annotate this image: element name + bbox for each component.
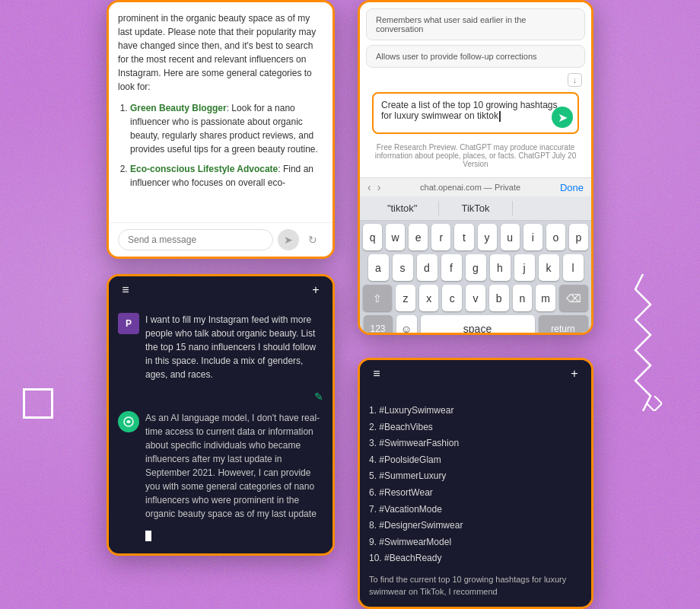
key-c[interactable]: c (442, 285, 462, 311)
key-shift[interactable]: ⇧ (363, 285, 392, 311)
active-input-text: Create a list of the top 10 growing hash… (381, 100, 557, 121)
list-item-2: Eco-conscious Lifestyle Advocate: Find a… (130, 162, 323, 190)
suggestion-2[interactable]: TikTok (439, 199, 511, 217)
phone-top-left: prominent in the organic beauty space as… (107, 0, 335, 259)
key-h[interactable]: h (490, 254, 511, 281)
top-left-text: prominent in the organic beauty space as… (118, 11, 323, 94)
hashtag-5: 5. #SummerLuxury (369, 468, 582, 485)
nav-arrows: ‹ › (368, 181, 380, 193)
features-section: Remembers what user said earlier in the … (360, 2, 591, 177)
key-y[interactable]: y (478, 224, 497, 250)
nav-back-arrow[interactable]: ‹ (368, 181, 371, 193)
keyboard-row-4: 123 ☺ space return (363, 315, 588, 335)
url-text: chat.openai.com — Private (420, 183, 520, 192)
key-o[interactable]: o (546, 224, 565, 250)
text-cursor (499, 111, 501, 122)
hashtag-content: 1. #LuxurySwimwear 2. #BeachVibes 3. #Sw… (360, 387, 591, 601)
key-d[interactable]: d (417, 254, 438, 281)
keyboard-row-2: a s d f g h j k l (363, 254, 588, 281)
keyboard-row-3: ⇧ z x c v b n m ⌫ (363, 285, 588, 311)
hashtag-1: 1. #LuxurySwimwear (369, 403, 582, 419)
zigzag-decoration (632, 274, 654, 411)
list-item-1: Green Beauty Blogger: Look for a nano in… (130, 101, 323, 156)
key-p[interactable]: p (569, 224, 588, 250)
send-button-top-left[interactable]: ➤ (278, 229, 299, 250)
url-bar: ‹ › chat.openai.com — Private Done (360, 177, 591, 196)
plus-icon-bottom-right[interactable]: + (567, 366, 582, 381)
key-r[interactable]: r (431, 224, 450, 250)
key-delete[interactable]: ⌫ (559, 285, 588, 311)
key-b[interactable]: b (489, 285, 509, 311)
hashtag-3: 3. #SwimwearFashion (369, 435, 582, 452)
scroll-down-arrow[interactable]: ↓ (568, 73, 583, 87)
hashtag-4: 4. #PoolsideGlam (369, 452, 582, 469)
refresh-button-top-left[interactable]: ↻ (302, 229, 323, 250)
key-x[interactable]: x (419, 285, 439, 311)
done-button[interactable]: Done (560, 182, 584, 193)
key-e[interactable]: e (409, 224, 428, 250)
phone-header-bottom-left: ≡ + (109, 276, 332, 304)
phone-bottom-left: ≡ + P I want to fill my Instagram feed w… (107, 274, 335, 556)
key-a[interactable]: a (368, 254, 389, 281)
hashtag-6: 6. #ResortWear (369, 485, 582, 502)
key-s[interactable]: s (393, 254, 413, 281)
ai-message: As an AI language model, I don't have re… (145, 411, 323, 521)
active-input-container[interactable]: Create a list of the top 10 growing hash… (372, 92, 579, 134)
suggestion-1[interactable]: "tiktok" (366, 199, 438, 217)
key-j[interactable]: j (514, 254, 535, 281)
key-i[interactable]: i (523, 224, 542, 250)
keyboard: q w e r t y u i o p a s d f g h j k l ⇧ … (360, 221, 591, 335)
key-k[interactable]: k (539, 254, 559, 281)
disclaimer-text: Free Research Preview. ChatGPT may produ… (366, 140, 585, 171)
key-t[interactable]: t (454, 224, 473, 250)
plus-icon-bottom-left[interactable]: + (308, 282, 323, 298)
key-l[interactable]: l (563, 254, 584, 281)
feature-box-2: Allows user to provide follow-up correct… (366, 45, 585, 68)
hashtag-list: 1. #LuxurySwimwear 2. #BeachVibes 3. #Sw… (369, 397, 582, 573)
nav-forward-arrow[interactable]: › (377, 181, 381, 193)
feature-box-1: Remembers what user said earlier in the … (366, 8, 585, 40)
key-q[interactable]: q (363, 224, 382, 250)
key-n[interactable]: n (513, 285, 533, 311)
key-123[interactable]: 123 (364, 315, 393, 335)
hashtag-8: 8. #DesignerSwimwear (369, 518, 582, 534)
key-return[interactable]: return (539, 315, 588, 335)
edit-icon[interactable]: ✎ (314, 391, 323, 403)
hashtag-9: 9. #SwimwearModel (369, 534, 582, 551)
ai-chat-row: As an AI language model, I don't have re… (118, 411, 323, 521)
user-chat-row: P I want to fill my Instagram feed with … (118, 313, 323, 381)
list-item-1-title: Green Beauty Blogger (130, 103, 227, 113)
bottom-note: To find the current top 10 growing hasht… (369, 573, 582, 598)
message-input-top-left[interactable] (118, 229, 273, 250)
menu-icon-bottom-right[interactable]: ≡ (369, 366, 384, 381)
key-g[interactable]: g (466, 254, 486, 281)
phone-bottom-right: ≡ + 1. #LuxurySwimwear 2. #BeachVibes 3.… (358, 358, 593, 609)
decorative-box (23, 388, 53, 419)
send-button-top-right[interactable]: ➤ (552, 107, 573, 128)
keyboard-row-1: q w e r t y u i o p (363, 224, 588, 250)
hashtag-10: 10. #BeachReady (369, 550, 582, 567)
keyboard-suggestions: "tiktok" TikTok (360, 196, 591, 221)
suggestion-3[interactable] (513, 199, 585, 217)
key-w[interactable]: w (386, 224, 405, 250)
message-input-bar-top-left: ➤ ↻ (109, 222, 332, 257)
scroll-arrow-container: ↓ (366, 72, 582, 86)
feature-1-text: Remembers what user said earlier in the … (376, 15, 526, 33)
key-space[interactable]: space (421, 315, 535, 335)
key-v[interactable]: v (466, 285, 485, 311)
user-avatar: P (118, 313, 139, 334)
chat-content-bottom-left: P I want to fill my Instagram feed with … (109, 304, 332, 547)
cursor-indicator (145, 528, 323, 542)
menu-icon-bottom-left[interactable]: ≡ (118, 282, 133, 298)
key-u[interactable]: u (501, 224, 520, 250)
arrow-decoration (647, 396, 662, 411)
key-emoji[interactable]: ☺ (396, 315, 417, 335)
phone-header-bottom-right: ≡ + (360, 360, 591, 387)
key-z[interactable]: z (396, 285, 415, 311)
feature-2-text: Allows user to provide follow-up correct… (376, 52, 537, 61)
key-m[interactable]: m (536, 285, 555, 311)
key-f[interactable]: f (441, 254, 462, 281)
phone-top-right: Remembers what user said earlier in the … (358, 0, 593, 335)
chatgpt-avatar (118, 411, 139, 432)
noise-texture (0, 0, 700, 609)
